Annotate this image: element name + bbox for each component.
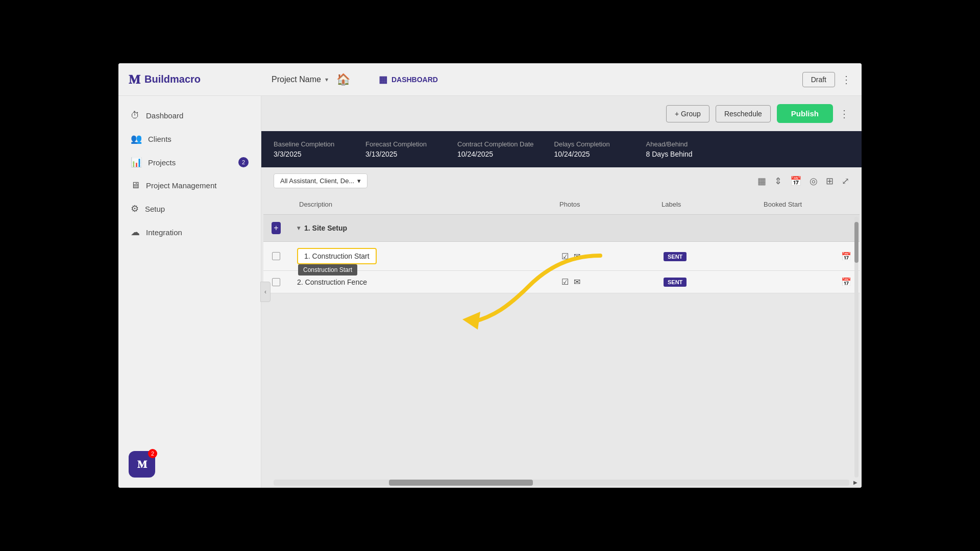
project-selector[interactable]: Project Name ▾ [272,75,328,84]
row-1-description: 1. Construction Start Construction Start [289,242,553,270]
filter-dropdown[interactable]: All Assistant, Client, De... ▾ [274,173,368,188]
fullscreen-icon[interactable]: ⤢ [842,176,849,187]
expand-icon[interactable]: ▾ [297,224,300,232]
calendar-view-icon[interactable]: 📅 [790,176,801,187]
row-1-booked-start: 📅 [757,245,860,267]
th-photos: Photos [551,194,653,214]
toolbar-more-button[interactable]: ⋮ [839,108,849,120]
row-1-labels: SENT [655,245,757,267]
row-1-checkbox-cell [263,246,289,266]
group-row-site-setup: + ▾ 1. Site Setup [263,215,860,242]
sidebar-item-integration[interactable]: ☁ Integration [118,220,261,244]
construction-fence-label: 2. Construction Fence [297,278,367,286]
stat-contract-value: 10/24/2025 [457,150,534,158]
app-icon-badge[interactable]: 𝐌 2 [129,451,155,478]
stat-baseline: Baseline Completion 3/3/2025 [274,131,365,167]
construction-start-label: 1. Construction Start [304,252,370,260]
sidebar-item-dashboard[interactable]: ⏱ Dashboard [118,104,261,127]
table-container: Description Photos Labels Booked Start + [263,194,860,478]
vertical-scrollbar[interactable] [854,217,859,478]
row-2-booked-start: 📅 [757,271,860,293]
sent-badge: SENT [664,252,687,261]
row-2-labels: SENT [655,271,757,293]
row-1-checkbox[interactable] [272,252,280,260]
sidebar: ⏱ Dashboard 👥 Clients 📊 Projects 2 🖥 Pro… [118,96,261,488]
reschedule-button[interactable]: Reschedule [716,105,771,122]
th-labels: Labels [653,194,755,214]
stat-delays: Delays Completion 10/24/2025 [554,131,646,167]
sidebar-label-dashboard: Dashboard [146,111,183,120]
check-square-icon-2[interactable]: ☑ [561,277,569,287]
table-body: + ▾ 1. Site Setup [263,215,860,475]
row-1-photos: ☑ ✉ [553,245,655,267]
h-scrollbar-thumb [389,480,533,486]
dashboard-button[interactable]: ▦ DASHBOARD [379,74,438,85]
top-more-icon[interactable]: ⋮ [841,73,851,86]
projects-badge: 2 [238,157,249,167]
view-icons: ▦ ⇕ 📅 ◎ ⊞ ⤢ [757,176,849,187]
dashboard-nav-icon: ⏱ [131,110,140,121]
row-2-checkbox[interactable] [272,278,280,286]
calendar-icon-2[interactable]: 📅 [841,277,851,287]
check-square-icon[interactable]: ☑ [561,252,569,261]
sidebar-label-clients: Clients [148,135,172,143]
scroll-right-arrow[interactable]: ▶ [853,480,857,485]
home-icon[interactable]: 🏠 [336,73,350,86]
expand-rows-icon[interactable]: ⇕ [774,176,782,187]
stats-bar: Baseline Completion 3/3/2025 Forecast Co… [261,131,862,167]
group-cell-site-setup: ▾ 1. Site Setup [289,217,553,239]
bar-chart-icon[interactable]: ▦ [757,176,766,187]
stat-forecast: Forecast Completion 3/13/2025 [365,131,457,167]
chevron-down-icon: ▾ [325,76,328,83]
sidebar-item-project-management[interactable]: 🖥 Project Management [118,174,261,197]
th-booked-start: Booked Start [755,194,857,214]
radio-view-icon[interactable]: ◎ [810,176,818,187]
sidebar-item-clients[interactable]: 👥 Clients [118,127,261,151]
stat-contract-label: Contract Completion Date [457,140,534,148]
calendar-icon[interactable]: 📅 [841,252,851,261]
top-bar: 𝐌 Buildmacro Project Name ▾ 🏠 ▦ DASHBOAR… [118,63,862,96]
logo-icon: 𝐌 [129,72,140,87]
stat-delays-value: 10/24/2025 [554,150,626,158]
sidebar-collapse-button[interactable]: ‹ [260,282,271,302]
stat-baseline-value: 3/3/2025 [274,150,345,158]
stat-ahead-behind-value: 8 Days Behind [646,150,718,158]
scrollbar-thumb [854,222,859,263]
add-row-button[interactable]: + [272,222,281,234]
stat-delays-label: Delays Completion [554,140,626,148]
top-right: Draft ⋮ [802,72,851,87]
filter-chevron-icon: ▾ [357,177,361,185]
sidebar-label-integration: Integration [146,228,182,237]
integration-icon: ☁ [131,227,140,238]
highlighted-cell[interactable]: 1. Construction Start Construction Start [297,248,377,264]
projects-icon: 📊 [131,157,142,168]
filter-label: All Assistant, Client, De... [280,177,354,185]
mail-icon[interactable]: ✉ [574,252,580,261]
stat-ahead-behind-label: Ahead/Behind [646,140,718,148]
stat-forecast-value: 3/13/2025 [365,150,437,158]
app-badge-icon: 𝐌 [137,459,147,470]
draft-button[interactable]: Draft [802,72,835,87]
mail-icon-2[interactable]: ✉ [574,277,580,287]
stat-ahead-behind: Ahead/Behind 8 Days Behind [646,131,738,167]
sidebar-label-projects: Projects [148,158,176,167]
horizontal-scrollbar[interactable]: ▶ [274,480,849,486]
sidebar-item-projects[interactable]: 📊 Projects 2 [118,151,261,174]
grid-view-icon[interactable]: ⊞ [826,176,834,187]
th-description: Description [291,194,551,214]
stat-contract: Contract Completion Date 10/24/2025 [457,131,554,167]
stat-forecast-label: Forecast Completion [365,140,437,148]
project-mgmt-icon: 🖥 [131,180,140,191]
sidebar-label-project-management: Project Management [146,181,216,190]
sidebar-label-setup: Setup [145,205,165,213]
table-header: Description Photos Labels Booked Start [263,194,860,215]
app-notification-badge: 2 [148,449,157,458]
group-button[interactable]: + Group [666,105,709,122]
sidebar-item-setup[interactable]: ⚙ Setup [118,197,261,220]
group-name-site-setup: 1. Site Setup [304,224,347,232]
logo-area: 𝐌 Buildmacro [129,72,272,87]
publish-button[interactable]: Publish [777,104,833,123]
filter-bar: All Assistant, Client, De... ▾ ▦ ⇕ 📅 ◎ ⊞… [261,167,862,194]
project-name-label: Project Name [272,75,321,84]
sent-badge-2: SENT [664,278,687,287]
